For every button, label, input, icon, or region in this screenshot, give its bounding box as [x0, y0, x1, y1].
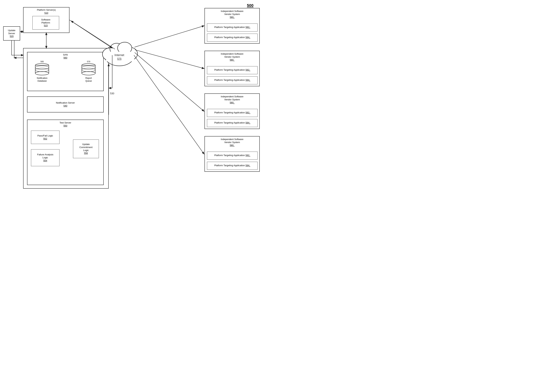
notification-db: 565 NotificationDatabase	[34, 60, 50, 82]
svg-point-10	[104, 44, 135, 66]
pta-584n-label: Platform Targeting Application 584n	[214, 164, 250, 167]
pta-5841-label: Platform Targeting Application 5841	[214, 79, 250, 82]
notification-server-id: 540	[63, 104, 67, 108]
pta-582n-box: Platform Targeting Application 582n	[207, 152, 258, 160]
isv-system-1: Independent SoftwareVendor System 5801 P…	[204, 51, 260, 86]
isv-system-0: Independent SoftwareVendor System 5800 P…	[204, 8, 260, 44]
pta-5822-label: Platform Targeting Application 5822	[214, 111, 250, 115]
san-id: 560	[63, 57, 67, 59]
svg-point-7	[82, 71, 95, 75]
pta-5842-label: Platform Targeting Application 5842	[214, 121, 250, 125]
failure-analysis-id: 554	[43, 159, 47, 162]
pta-5840-label: Platform Targeting Application 5840	[214, 36, 250, 39]
pass-fail-label: Pass/Fail Logic	[37, 134, 53, 137]
diagram-title: 500	[247, 3, 254, 8]
main-system-box: SAN 560 565 NotificationDatabase 570	[23, 48, 109, 189]
update-commitment-label: UpdateCommitmentLogic	[79, 143, 93, 152]
pta-5841-box: Platform Targeting Application 5841	[207, 76, 258, 84]
isv-0-label: Independent SoftwareVendor System	[221, 10, 243, 15]
isv-0-id: 5800	[230, 16, 235, 19]
platform-servers-label: Platform Server(s)	[37, 9, 56, 11]
pta-5820-label: Platform Targeting Application 5820	[214, 26, 250, 29]
pass-fail-logic-box: Pass/Fail Logic 552	[31, 131, 59, 144]
isv-system-n: Independent SoftwareVendor System 580n P…	[204, 136, 260, 172]
notification-server-label: Notification Server	[56, 101, 75, 104]
failure-analysis-box: Failure AnalysisLogic 554	[31, 149, 59, 166]
platform-servers-id: 510	[44, 12, 48, 14]
update-server-id: 520	[10, 35, 14, 38]
report-queue: 570 ReportQueue	[81, 60, 96, 82]
svg-line-27	[135, 50, 204, 69]
pass-fail-id: 552	[43, 137, 47, 140]
isv-2-id: 5802	[230, 101, 235, 104]
svg-point-12	[123, 47, 138, 60]
test-server-box: Test Server 550 Pass/Fail Logic 552 Fail…	[27, 120, 104, 185]
pta-5821-box: Platform Targeting Application 5821	[207, 66, 258, 74]
update-commitment-box: UpdateCommitmentLogic 556	[73, 140, 99, 158]
update-server-label: UpdateServer	[8, 29, 15, 35]
notification-server-box: Notification Server 540	[27, 96, 104, 113]
pta-5842-box: Platform Targeting Application 5842	[207, 119, 258, 127]
diagram: 500 UpdateServer 520 Platform Server(s) …	[0, 0, 270, 196]
san-box: SAN 560 565 NotificationDatabase 570	[27, 52, 104, 91]
isv-n-id: 580n	[230, 144, 235, 147]
test-server-label: Test Server	[59, 121, 71, 124]
pta-582n-label: Platform Targeting Application 582n	[214, 154, 250, 157]
test-server-id: 550	[63, 124, 67, 127]
svg-point-2	[35, 71, 49, 75]
software-platform-box: SoftwarePlatform 515	[32, 16, 59, 29]
svg-line-24	[69, 20, 112, 48]
update-commitment-id: 556	[84, 152, 88, 155]
svg-text:Internet: Internet	[115, 54, 124, 57]
svg-rect-15	[106, 52, 134, 61]
isv-2-label: Independent SoftwareVendor System	[221, 95, 243, 101]
isv-system-2: Independent SoftwareVendor System 5802 P…	[204, 93, 260, 129]
pta-5822-box: Platform Targeting Application 5822	[207, 109, 258, 117]
svg-point-13	[110, 43, 123, 55]
svg-line-28	[135, 52, 204, 111]
svg-text:530: 530	[110, 92, 114, 95]
isv-n-label: Independent SoftwareVendor System	[221, 138, 243, 144]
platform-servers-box: Platform Server(s) 510 SoftwarePlatform …	[23, 7, 69, 33]
pta-584n-box: Platform Targeting Application 584n	[207, 162, 258, 170]
svg-line-26	[135, 26, 204, 47]
update-server-box: UpdateServer 520	[3, 26, 20, 41]
svg-line-25	[71, 21, 115, 49]
isv-1-label: Independent SoftwareVendor System	[221, 52, 243, 58]
svg-text:575: 575	[117, 57, 121, 60]
failure-analysis-label: Failure AnalysisLogic	[37, 153, 53, 159]
software-platform-id: 515	[44, 24, 48, 27]
svg-line-29	[134, 55, 204, 154]
pta-5820-box: Platform Targeting Application 5820	[207, 24, 258, 32]
isv-1-id: 5801	[230, 59, 235, 61]
software-platform-label: SoftwarePlatform	[41, 18, 50, 24]
san-label: SAN	[63, 53, 68, 56]
pta-5840-box: Platform Targeting Application 5840	[207, 34, 258, 42]
svg-point-14	[118, 42, 132, 54]
pta-5821-label: Platform Targeting Application 5821	[214, 69, 250, 72]
